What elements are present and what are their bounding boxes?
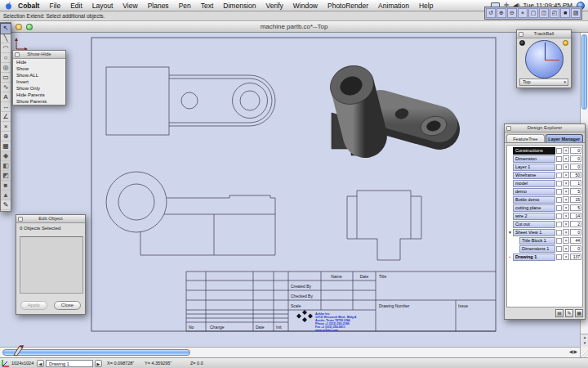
window-grow-box[interactable] — [580, 347, 588, 357]
visibility-x-icon[interactable] — [563, 213, 569, 219]
rotate-view-icon[interactable]: ↺ — [486, 8, 496, 18]
visibility-x-icon[interactable] — [563, 254, 569, 260]
layer-row[interactable]: Dimension 0 — [508, 155, 581, 163]
layer-name[interactable]: Constructions — [513, 147, 555, 155]
layer-checkbox[interactable] — [556, 213, 562, 219]
visibility-x-icon[interactable] — [563, 172, 569, 178]
layer-name[interactable]: cutting plane — [513, 204, 555, 212]
menu-item[interactable]: Text — [196, 2, 219, 10]
menu-option[interactable]: Show ALL — [13, 72, 65, 79]
layer-row[interactable]: Constructions 0 — [508, 146, 581, 155]
layer-checkbox[interactable] — [556, 222, 562, 227]
new-layer-icon[interactable]: ▤ — [555, 309, 564, 317]
delete-layer-icon[interactable]: ▦ — [575, 309, 583, 317]
wireframe-view-icon[interactable]: ▨ — [571, 8, 581, 18]
tool-hatch-icon[interactable]: ▦ — [1, 141, 11, 151]
layer-name[interactable]: model — [513, 180, 555, 187]
layer-checkbox[interactable] — [556, 230, 562, 236]
menu-option[interactable]: Show Only — [13, 85, 65, 92]
menu-item[interactable]: Pen — [174, 2, 196, 10]
layer-row[interactable]: Cut out 2 — [508, 220, 581, 228]
layer-row[interactable]: model 1 — [508, 179, 581, 187]
visibility-x-icon[interactable] — [563, 147, 569, 154]
layer-checkbox[interactable] — [556, 238, 562, 244]
disclosure-icon[interactable]: ▼ — [508, 230, 512, 235]
layer-name[interactable]: Dimension — [513, 155, 555, 163]
drawing-canvas[interactable]: Name Date Created By Checked By Scale Ti… — [0, 33, 580, 347]
layer-row[interactable]: Layer 1 0 — [508, 163, 581, 171]
close-palette-icon[interactable] — [15, 52, 20, 57]
window-title-bar[interactable]: machine partb.co*--Top — [0, 21, 588, 33]
layer-name[interactable]: Dimensions 1 — [519, 245, 555, 253]
layer-checkbox[interactable] — [556, 181, 562, 186]
design-explorer-title-bar[interactable]: Design Explorer — [505, 124, 585, 132]
vertical-scroll-arrows[interactable]: ▲▼ — [581, 334, 588, 347]
disclosure-icon[interactable]: ▪ — [508, 254, 512, 259]
visibility-x-icon[interactable] — [563, 164, 569, 170]
zoom-in-icon[interactable]: ⊕ — [497, 8, 506, 18]
tool-spline-icon[interactable]: ∿ — [1, 83, 11, 92]
tool-arc-icon[interactable]: ◠ — [1, 43, 11, 53]
visibility-x-icon[interactable] — [563, 180, 569, 186]
tool-line-icon[interactable]: ╲ — [1, 34, 11, 43]
layer-name[interactable]: Drawing 1 — [513, 254, 555, 261]
close-button[interactable]: Close — [54, 301, 81, 310]
next-sheet-icon[interactable]: ▶ — [95, 360, 102, 367]
trackball-sphere[interactable] — [525, 40, 564, 79]
close-palette-icon[interactable] — [506, 126, 511, 131]
horizontal-scrollbar[interactable]: ◀▶ — [0, 347, 580, 357]
zoom-window-icon[interactable] — [26, 24, 33, 30]
edit-layer-icon[interactable]: ✎ — [565, 309, 573, 317]
menu-item[interactable]: Verify — [261, 2, 288, 10]
close-palette-icon[interactable] — [519, 32, 523, 37]
menu-item[interactable]: Edit — [65, 2, 87, 10]
tool-point-icon[interactable]: ⊕ — [1, 132, 11, 141]
layer-name[interactable]: Sheet View 1 — [513, 229, 555, 236]
tool-extrude-solid-icon[interactable]: ◆ — [1, 151, 11, 161]
menu-option[interactable]: Show — [13, 65, 65, 72]
layer-name[interactable]: Bottle demo — [513, 196, 555, 204]
minimize-window-icon[interactable] — [16, 24, 22, 30]
menu-item[interactable]: Dimension — [218, 2, 261, 10]
visibility-x-icon[interactable] — [563, 237, 569, 244]
layer-checkbox[interactable] — [556, 197, 562, 203]
trackball-black-button[interactable] — [519, 40, 525, 46]
horizontal-scroll-thumb[interactable] — [2, 349, 190, 356]
menu-item[interactable]: Layout — [87, 2, 118, 10]
tool-angle-dimension-icon[interactable]: ∠ — [1, 112, 11, 122]
layer-checkbox[interactable] — [556, 156, 562, 162]
visibility-x-icon[interactable] — [563, 245, 569, 252]
tool-shell-solid-icon[interactable]: ▲ — [1, 191, 11, 200]
menu-option[interactable]: Hide — [13, 59, 65, 65]
tool-circle-icon[interactable]: ○ — [1, 53, 11, 63]
layer-name[interactable]: demo — [513, 188, 555, 195]
menu-option[interactable]: Hide Parents — [13, 92, 65, 98]
visibility-x-icon[interactable] — [563, 221, 569, 227]
menu-item[interactable]: File — [44, 2, 65, 10]
layer-row[interactable]: wire 2 14 — [508, 212, 581, 220]
menu-item[interactable]: Cobalt — [13, 2, 44, 10]
layer-checkbox[interactable] — [556, 205, 562, 211]
layer-name[interactable]: Wireframe — [513, 172, 555, 179]
tab[interactable]: FeatureTree — [506, 134, 545, 142]
tool-ellipse-icon[interactable]: ◎ — [1, 63, 11, 73]
tool-select-icon[interactable]: ↖ — [1, 24, 11, 34]
visibility-x-icon[interactable] — [563, 196, 569, 203]
trackball-yellow-button[interactable] — [563, 40, 568, 46]
layer-row[interactable]: Wireframe 50 — [508, 171, 581, 179]
menu-item[interactable]: View — [118, 2, 142, 10]
apply-button[interactable]: Apply — [20, 301, 47, 310]
layer-row[interactable]: Dimensions 1 0 — [508, 245, 581, 253]
zoom-all-icon[interactable]: ▢ — [528, 8, 538, 18]
sheet-selector[interactable]: Drawing 1 — [46, 360, 93, 367]
layer-checkbox[interactable] — [556, 164, 562, 170]
layer-checkbox[interactable] — [556, 254, 562, 260]
layer-row[interactable]: Bottle demo 15 — [508, 195, 581, 204]
vertical-scroll-thumb[interactable] — [581, 34, 587, 110]
menu-item[interactable]: PhotoRender — [323, 2, 373, 10]
tool-boolean-solid-icon[interactable]: ■ — [1, 181, 11, 191]
menu-item[interactable]: Window — [288, 2, 323, 10]
trackball-title-bar[interactable]: TrackBall — [517, 30, 571, 38]
view-corner-icon[interactable]: ◰ — [550, 8, 559, 18]
visibility-x-icon[interactable] — [563, 188, 569, 195]
